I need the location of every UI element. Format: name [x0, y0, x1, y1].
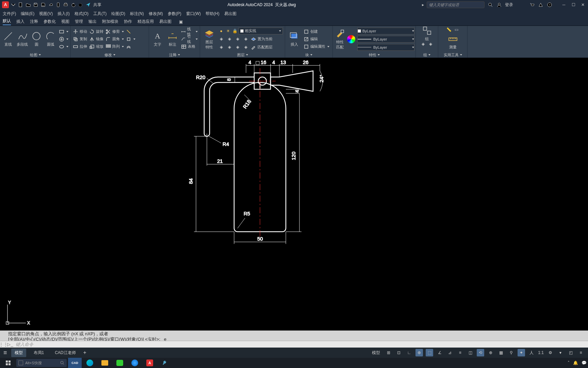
fillet-button[interactable]: 圆角	[105, 36, 124, 43]
tab-manage[interactable]: 管理	[75, 19, 83, 25]
status-transparency-icon[interactable]: ◫	[467, 349, 474, 356]
tab-view[interactable]: 视图	[61, 19, 69, 25]
block-attr-button[interactable]: 编辑属性	[304, 43, 329, 50]
status-gear-icon[interactable]: ⚙	[546, 349, 554, 356]
menu-view[interactable]: 视图(V)	[39, 11, 53, 17]
close-icon[interactable]: ✕	[580, 2, 586, 8]
rotate-button[interactable]: 旋转	[89, 28, 103, 35]
layer-tool-1[interactable]: ◈	[218, 36, 224, 42]
tab-extra-icon[interactable]: ▣	[179, 19, 183, 24]
status-polar-icon[interactable]: ⊕	[415, 349, 423, 356]
taskbar-search[interactable]: Alt+S快搜	[16, 359, 67, 367]
polyline-button[interactable]: 多段线	[16, 29, 29, 49]
tab-featured[interactable]: 精选应用	[137, 19, 154, 25]
leader-button[interactable]: 引线	[181, 36, 198, 43]
insert-button[interactable]: 插入	[287, 29, 301, 49]
util-select-icon[interactable]: ▭	[454, 27, 460, 33]
search-input[interactable]: 键入关键字或短语	[427, 1, 485, 8]
panel-modify-title[interactable]: 修改	[71, 52, 149, 58]
panel-prop-title[interactable]: 特性	[333, 52, 415, 58]
stretch-button[interactable]: 拉伸	[73, 43, 87, 50]
status-otrack-icon[interactable]: ⊿	[446, 349, 454, 356]
redo-icon[interactable]	[78, 2, 84, 8]
menu-param[interactable]: 参数(P)	[168, 11, 181, 17]
menu-draw[interactable]: 绘图(D)	[111, 11, 125, 17]
panel-draw-title[interactable]: 绘图	[0, 52, 70, 58]
tab-collab[interactable]: 协作	[124, 19, 132, 25]
panel-layer-title[interactable]: 图层	[200, 52, 285, 58]
status-ortho-icon[interactable]: ∟	[405, 349, 413, 356]
group-tool-2[interactable]: ◈	[428, 41, 434, 47]
panel-util-title[interactable]: 实用工具	[438, 52, 467, 58]
taskbar-cad-icon[interactable]: CAD	[68, 358, 82, 368]
layer-tool-7[interactable]: ◈	[234, 44, 241, 50]
tab-addon[interactable]: 附加模块	[102, 19, 118, 25]
save-icon[interactable]	[33, 2, 39, 8]
taskbar-edge-icon[interactable]	[83, 358, 97, 368]
layer-tool-5[interactable]: ◈	[218, 44, 224, 50]
start-icon[interactable]	[1, 358, 15, 368]
tab-output[interactable]: 输出	[88, 19, 97, 25]
status-osnap-icon[interactable]: ⬚	[426, 349, 433, 356]
layer-tool-4[interactable]: ◈	[243, 36, 249, 42]
block-create-button[interactable]: 创建	[304, 28, 329, 35]
status-annomon-icon[interactable]: ⚲	[507, 349, 515, 356]
lineweight-combo[interactable]: ByLayer	[357, 36, 414, 43]
group-tool-1[interactable]: ◈	[420, 41, 426, 47]
command-input[interactable]: 键入命令	[14, 341, 588, 348]
menu-dim[interactable]: 标注(N)	[130, 11, 144, 17]
panel-block-title[interactable]: 块	[285, 52, 332, 58]
new-icon[interactable]	[18, 2, 24, 8]
status-annoauto-icon[interactable]: ✦	[518, 349, 525, 356]
panel-annot-title[interactable]: 注释	[149, 52, 200, 58]
status-custom-icon[interactable]: ≡	[577, 349, 585, 356]
tab-model[interactable]: 模型	[11, 349, 26, 357]
linetype-combo[interactable]: ByLayer	[357, 44, 414, 51]
cloud-icon[interactable]	[48, 2, 54, 8]
dim-button[interactable]: 标注	[166, 29, 179, 49]
command-handle-icon[interactable]: ⋮⋮	[0, 342, 7, 347]
block-edit-button[interactable]: 编辑	[304, 36, 329, 43]
status-scale-label[interactable]: 1:1	[538, 350, 544, 355]
arc-button[interactable]: 圆弧	[45, 29, 57, 49]
status-ws-icon[interactable]: 人	[528, 349, 535, 356]
status-lwt-icon[interactable]: ≡	[456, 349, 464, 356]
login-label[interactable]: 登录	[505, 2, 513, 8]
cart-icon[interactable]	[529, 2, 535, 8]
status-clean-icon[interactable]: ◰	[567, 349, 574, 356]
menu-edit[interactable]: 编辑(E)	[21, 11, 34, 17]
layer-tool-3[interactable]: ◈	[234, 36, 241, 42]
taskbar-tools-icon[interactable]	[158, 358, 172, 368]
tab-custom[interactable]: CAD江老师	[51, 349, 79, 357]
tab-param[interactable]: 参数化	[44, 19, 56, 25]
line-button[interactable]: 直线	[2, 29, 14, 49]
hatch-button[interactable]	[59, 36, 68, 43]
phone-icon[interactable]	[55, 2, 61, 8]
tab-insert[interactable]: 插入	[16, 19, 24, 25]
autodesk-icon[interactable]	[538, 2, 544, 8]
tab-add-icon[interactable]: +	[83, 350, 86, 356]
taskbar-acad-icon[interactable]: A	[143, 358, 157, 368]
color-wheel-icon[interactable]	[347, 35, 355, 43]
share-plane-icon[interactable]	[85, 2, 91, 8]
status-3dosnap-icon[interactable]: ∠	[436, 349, 443, 356]
trim-button[interactable]: 修剪	[105, 28, 124, 35]
table-button[interactable]: 表格	[181, 43, 198, 50]
share-label[interactable]: 共享	[93, 2, 101, 8]
layer-match-button[interactable]: 匹配图层	[251, 44, 273, 51]
menu-format[interactable]: 格式(O)	[75, 11, 88, 17]
layer-lock-icon[interactable]: 🔒	[232, 28, 238, 34]
menu-window[interactable]: 窗口(W)	[186, 11, 201, 17]
open-icon[interactable]	[25, 2, 31, 8]
copy-button[interactable]: 复制	[73, 36, 87, 43]
measure-button[interactable]: 测量	[446, 35, 460, 48]
layer-bulb-icon[interactable]: ●	[218, 28, 224, 34]
menu-yct[interactable]: 易出图	[224, 11, 236, 17]
undo-icon[interactable]	[70, 2, 76, 8]
taskbar-explorer-icon[interactable]	[98, 358, 112, 368]
status-dyn-icon[interactable]: ⊕	[487, 349, 494, 356]
status-model-label[interactable]: 模型	[370, 349, 382, 356]
minimize-icon[interactable]: ─	[561, 2, 567, 8]
menu-modify[interactable]: 修改(M)	[149, 11, 163, 17]
move-button[interactable]: 移动	[73, 28, 87, 35]
